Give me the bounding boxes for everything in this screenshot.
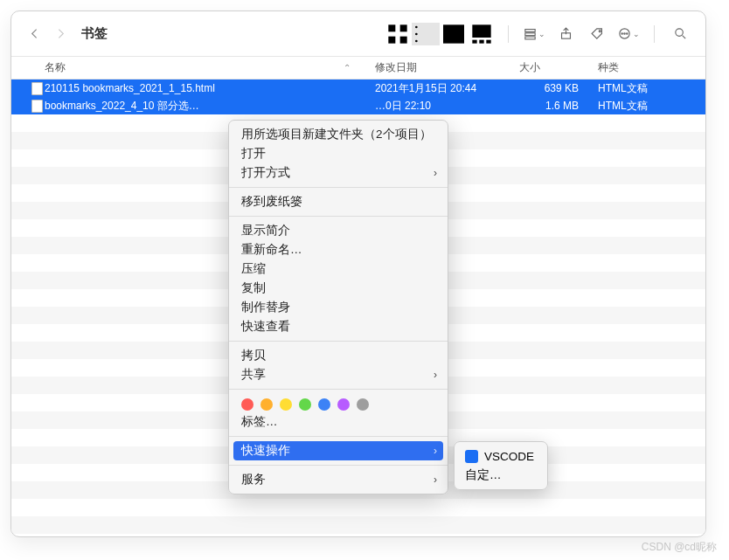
actions-button[interactable]: ⌄ (615, 23, 642, 45)
view-gallery-button[interactable] (468, 23, 496, 45)
file-row[interactable]: bookmarks_2022_4_10 部分选… …0日 22:10 1.6 M… (11, 97, 705, 114)
tag-color-yellow[interactable] (280, 398, 292, 411)
file-name: bookmarks_2022_4_10 部分选… (45, 99, 368, 114)
file-size: 639 KB (512, 82, 591, 94)
svg-rect-0 (388, 24, 395, 31)
menu-trash[interactable]: 移到废纸篓 (229, 192, 448, 211)
svg-point-21 (599, 31, 601, 32)
menu-quick-actions[interactable]: 快速操作› (233, 441, 443, 460)
menu-quicklook[interactable]: 快速查看 (229, 317, 448, 336)
submenu-vscode[interactable]: VSCODE (455, 446, 547, 466)
menu-open[interactable]: 打开 (229, 144, 448, 163)
menu-share[interactable]: 共享› (229, 365, 448, 384)
svg-point-26 (675, 29, 683, 37)
menu-get-info[interactable]: 显示简介 (229, 221, 448, 240)
tag-colors-row (229, 394, 448, 412)
svg-point-9 (415, 39, 418, 42)
file-name: 210115 bookmarks_2021_1_15.html (45, 82, 368, 94)
menu-separator (229, 436, 448, 437)
menu-alias[interactable]: 制作替身 (229, 298, 448, 317)
menu-separator (229, 389, 448, 390)
group-by-button[interactable]: ⌄ (521, 23, 547, 45)
svg-rect-2 (388, 36, 395, 43)
tag-color-purple[interactable] (337, 398, 350, 411)
share-button[interactable] (552, 23, 579, 45)
menu-separator (229, 187, 448, 188)
file-date: …0日 22:10 (368, 99, 512, 114)
menu-new-folder[interactable]: 用所选项目新建文件夹（2个项目） (229, 125, 448, 144)
tag-color-green[interactable] (299, 398, 311, 411)
svg-point-25 (627, 33, 628, 34)
tag-color-red[interactable] (241, 398, 253, 411)
svg-line-27 (682, 36, 685, 39)
svg-rect-14 (472, 39, 476, 43)
sort-indicator-icon: ⌃ (344, 63, 351, 73)
column-header-kind[interactable]: 种类 (591, 61, 705, 74)
file-kind: HTML文稿 (591, 81, 705, 96)
view-mode-group (384, 23, 496, 45)
svg-point-8 (415, 32, 418, 35)
toolbar-divider (508, 25, 509, 43)
chevron-right-icon: › (434, 167, 437, 179)
view-list-button[interactable] (412, 23, 440, 45)
menu-services[interactable]: 服务› (229, 470, 448, 489)
file-date: 2021年1月15日 20:44 (368, 81, 512, 96)
svg-rect-15 (479, 39, 483, 43)
svg-rect-1 (400, 24, 407, 31)
finder-window: 书签 ⌄ ⌄ 名称 ⌃ 修改日期 大小 种类 21011 (10, 10, 706, 537)
vscode-app-icon (465, 450, 478, 463)
menu-copy[interactable]: 拷贝 (229, 346, 448, 365)
file-row[interactable]: 210115 bookmarks_2021_1_15.html 2021年1月1… (11, 80, 705, 97)
tags-button[interactable] (584, 23, 610, 45)
file-list: 210115 bookmarks_2021_1_15.html 2021年1月1… (11, 80, 705, 114)
chevron-right-icon: › (434, 474, 437, 486)
nav-back-button[interactable] (24, 24, 45, 45)
svg-rect-3 (400, 36, 407, 43)
file-kind: HTML文稿 (591, 99, 705, 114)
menu-separator (229, 465, 448, 466)
svg-rect-16 (486, 39, 490, 43)
submenu-customize[interactable]: 自定… (455, 466, 547, 485)
file-icon (29, 82, 45, 95)
file-icon (29, 100, 45, 113)
svg-rect-10 (443, 24, 464, 43)
context-menu: 用所选项目新建文件夹（2个项目） 打开 打开方式› 移到废纸篓 显示简介 重新命… (228, 120, 448, 494)
nav-forward-button[interactable] (50, 24, 71, 45)
svg-rect-19 (525, 37, 535, 39)
menu-tags[interactable]: 标签… (229, 412, 448, 432)
view-icons-button[interactable] (384, 23, 412, 45)
menu-open-with[interactable]: 打开方式› (229, 163, 448, 183)
svg-rect-13 (472, 24, 490, 38)
watermark: CSDN @cd昵称 (642, 540, 717, 555)
tag-color-gray[interactable] (357, 398, 369, 411)
quick-actions-submenu: VSCODE 自定… (454, 441, 548, 490)
tag-color-orange[interactable] (260, 398, 273, 411)
tag-color-blue[interactable] (318, 398, 330, 411)
column-header-size[interactable]: 大小 (512, 61, 591, 74)
column-headers: 名称 ⌃ 修改日期 大小 种类 (11, 57, 705, 80)
menu-rename[interactable]: 重新命名… (229, 240, 448, 259)
column-header-date[interactable]: 修改日期 (368, 61, 512, 74)
column-header-name[interactable]: 名称 (45, 61, 368, 74)
file-size: 1.6 MB (512, 100, 591, 112)
svg-point-23 (621, 33, 622, 34)
menu-duplicate[interactable]: 复制 (229, 279, 448, 298)
svg-rect-18 (525, 33, 535, 36)
search-button[interactable] (667, 23, 693, 45)
chevron-right-icon: › (434, 369, 437, 381)
menu-separator (229, 341, 448, 342)
menu-compress[interactable]: 压缩 (229, 259, 448, 279)
menu-separator (229, 216, 448, 217)
toolbar: 书签 ⌄ ⌄ (11, 11, 705, 57)
svg-point-24 (624, 33, 625, 34)
toolbar-divider (654, 25, 655, 43)
svg-point-7 (415, 25, 418, 28)
chevron-right-icon: › (434, 445, 437, 457)
window-title: 书签 (81, 25, 108, 42)
view-columns-button[interactable] (440, 23, 468, 45)
svg-rect-17 (525, 30, 535, 32)
